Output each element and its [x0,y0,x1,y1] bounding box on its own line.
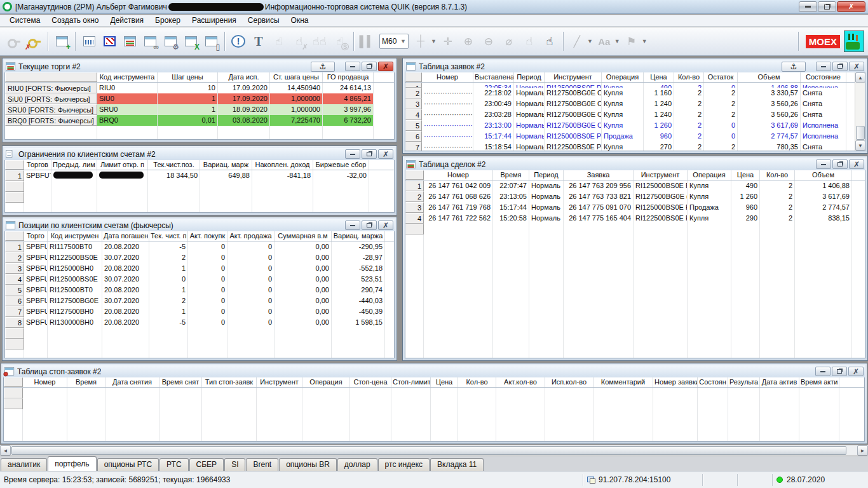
table-row[interactable]: 226 147 761 068 62623:13:05Нормаль26 147… [405,191,865,202]
workspace-tab[interactable]: СБЕР [189,458,224,471]
table-row[interactable]: SiU0 [FORTS: Фьючерсы]SiU0117.09.20201,0… [5,93,394,104]
cell: SRU0 [97,104,158,115]
table-row[interactable]: 7··························15:18:54Норма… [405,142,856,151]
close-button[interactable]: ✗ [849,159,864,169]
window-titlebar[interactable]: Ограничения по клиентским счетам #2 ✗ [4,148,395,160]
pan-hand-icon[interactable]: ☝ [540,32,559,51]
close-button[interactable]: ✗ [378,62,393,71]
workspace-tab[interactable]: ртс индекс [378,458,430,471]
workspace-tab[interactable]: опционы РТС [97,458,159,471]
table-row[interactable]: 6··························15:17:44Норма… [405,131,856,142]
restore-button[interactable] [818,1,836,12]
minimize-button[interactable] [345,149,360,159]
table-row[interactable]: 326 147 761 719 76815:17:44Нормаль26 147… [405,202,865,213]
alert-icon[interactable]: ! [229,32,248,51]
menu-item[interactable]: Сервисы [242,15,285,26]
table-row[interactable]: 5SPBFURI125000BT020.08.20201000,00290,74 [5,285,394,295]
export-excel-icon[interactable]: X [181,32,200,51]
minimize-button[interactable] [816,159,831,169]
menu-item[interactable]: Окна [285,15,315,26]
scroll-left-button[interactable]: ◄ [0,445,11,456]
quotes-table-icon[interactable] [120,32,139,51]
table-row[interactable]: 4··························23:03:28Норма… [405,109,856,120]
cell: ·························· [422,98,473,109]
table-row[interactable]: BRQ0 [FORTS: Фьючерсы]BRQ00,0103.08.2020… [5,115,394,126]
table-row[interactable]: 1SPBFURI117500BT020.08.2020-5000,00-290,… [5,241,394,252]
table-row[interactable]: 6SPBFURI127500BG0E30.07.20202000,00-440,… [5,295,394,306]
table-row[interactable]: 3··························23:00:49Норма… [405,98,856,109]
scatter-chart-icon[interactable] [100,32,119,51]
vertical-scrollbar[interactable]: ▲ ▼ [855,72,865,151]
workspace-tab[interactable]: портфель [48,456,96,471]
window-titlebar[interactable]: Таблица стоп-заявок #2 ✗ [3,365,865,377]
close-button[interactable]: ✗ [378,149,393,159]
workspace-tab[interactable]: Brent [246,458,278,471]
workspace-tab[interactable]: Вкладка 11 [430,458,484,471]
maximize-button[interactable] [832,159,848,169]
new-table-icon[interactable]: + [52,32,71,51]
minimize-button[interactable] [345,62,360,71]
scrollbar-thumb[interactable] [856,126,865,140]
table-row[interactable]: 5··························23:13:00Норма… [405,120,856,131]
minimize-button[interactable] [345,220,360,230]
window-titlebar[interactable]: Таблица сделок #2 ✗ [405,158,865,170]
menu-item[interactable]: Брокер [149,15,186,26]
scroll-down-button[interactable]: ▼ [855,140,865,151]
window-titlebar[interactable]: Текущие торги #2 ⚓ ✗ [4,60,395,72]
workspace-tab[interactable]: SI [224,458,245,471]
scroll-right-button[interactable]: ► [857,445,868,456]
maximize-button[interactable] [362,220,377,230]
horizontal-scrollbar[interactable]: ◄ ► [0,445,868,456]
minimize-button[interactable] [816,62,831,71]
maximize-button[interactable] [832,62,848,71]
scroll-up-button[interactable]: ▲ [855,72,865,83]
workspace-tab[interactable]: аналитик [1,458,47,471]
table-row[interactable]: 1SPBFUT18 344,50649,88-841,18-32,00 [5,170,394,181]
disconnect-key-icon[interactable]: ✗ [25,32,44,51]
anchor-button[interactable]: ⚓ [782,62,806,72]
close-button[interactable]: ✗ [378,220,393,230]
menu-item[interactable]: Действия [105,15,150,26]
menu-item[interactable]: Создать окно [46,15,104,26]
trades-table-icon[interactable]: ∞ [140,32,159,51]
cell [795,245,852,256]
table-row[interactable]: 2··························22:18:02Норма… [405,88,856,98]
anchor-button[interactable]: ⚓ [311,62,335,72]
minimize-button[interactable] [815,367,831,376]
maximize-button[interactable] [362,62,377,71]
table-row[interactable]: SRU0 [FORTS: Фьючерсы]SRU0118.09.20201,0… [5,104,394,115]
minimize-button[interactable] [799,1,817,12]
window-title: Позиции по клиентским счетам (фьючерсы) [18,221,173,230]
table-row[interactable]: 126 147 761 042 00922:07:47Нормаль26 147… [405,180,865,191]
cell: 23:13:05 [493,191,529,202]
workspace-tab[interactable]: опционы BR [279,458,337,471]
maximize-button[interactable] [362,149,377,159]
maximize-button[interactable] [832,367,847,376]
table-row[interactable]: 7SPBFURI127500BH020.08.20201000,00-450,3… [5,306,394,317]
close-button[interactable]: ✗ [837,1,865,12]
table-row[interactable]: 426 147 761 722 56215:20:58Нормаль26 147… [405,213,865,224]
interval-select[interactable]: M60 ▼ [379,34,409,49]
cell [158,137,218,140]
window-titlebar[interactable]: Позиции по клиентским счетам (фьючерсы) … [4,219,395,231]
export-db-icon[interactable]: ▯ [201,32,220,51]
window-titlebar[interactable]: Таблица заявок #2 ⚓ ✗ [405,60,865,72]
table-row[interactable]: RIU0 [FORTS: Фьючерсы]RIU01017.09.202014… [5,83,394,93]
table-settings-icon[interactable]: ⚙ [161,32,180,51]
scrollbar-thumb[interactable] [11,446,846,455]
text-label-icon[interactable]: T [249,32,268,51]
cell [67,420,105,431]
close-button[interactable]: ✗ [848,367,864,376]
table-row[interactable]: 4SPBFURI125000BS0E30.07.20200000,00523,5… [5,274,394,285]
column-header: Цена [731,170,760,180]
table-row[interactable]: 8SPBFURI130000BH020.08.2020-5000,001 598… [5,317,394,328]
menu-item[interactable]: Система [4,15,46,26]
table-row[interactable]: 2SPBFURI122500BS0E30.07.20202000,00-28,9… [5,252,394,263]
table-row[interactable]: 1··························22:05:34Норма… [405,83,856,88]
chart-icon[interactable] [79,32,98,51]
workspace-tab[interactable]: доллар [337,458,377,471]
menu-item[interactable]: Расширения [186,15,242,26]
close-button[interactable]: ✗ [849,62,864,71]
workspace-tab[interactable]: РТС [159,458,188,471]
table-row[interactable]: 3SPBFURI125000BH020.08.20201000,00-552,1… [5,263,394,274]
